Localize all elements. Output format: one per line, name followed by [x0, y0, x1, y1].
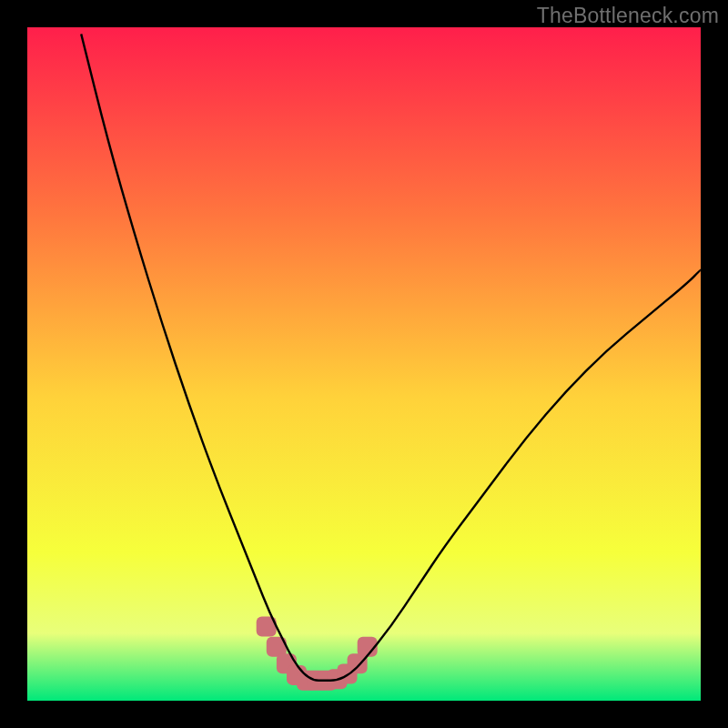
gradient-background — [27, 27, 701, 701]
chart-svg — [27, 27, 701, 701]
plot-area — [27, 27, 701, 701]
watermark-text: TheBottleneck.com — [537, 4, 719, 28]
chart-frame: TheBottleneck.com — [0, 0, 728, 728]
